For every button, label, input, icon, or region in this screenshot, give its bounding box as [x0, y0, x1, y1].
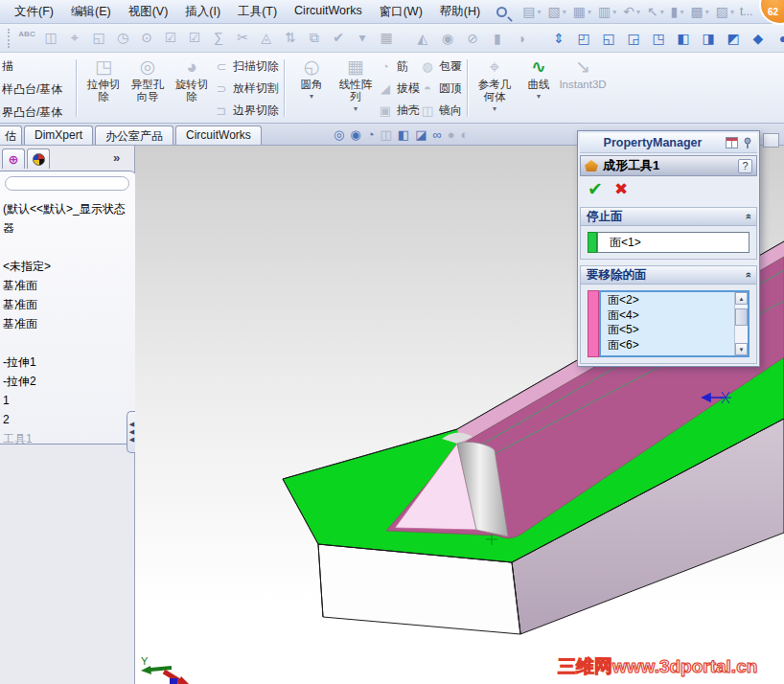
toolbar-icon[interactable]: ◫	[41, 30, 60, 46]
view-tool-icon[interactable]: ◔	[367, 127, 375, 142]
menu-item[interactable]: 帮助(H)	[431, 1, 489, 23]
feature-tree-item[interactable]: (默认<<默认>_显示状态	[0, 199, 137, 218]
feature-tree-item[interactable]: 器	[0, 218, 137, 238]
view-tool-icon[interactable]: ◐	[461, 127, 469, 142]
face-list-item[interactable]: 面<5>	[608, 323, 734, 338]
view-cube-icon[interactable]: ◱	[599, 31, 618, 46]
stop-face-selection-box[interactable]: 面<1>	[597, 232, 749, 253]
toolbar-icon[interactable]: ⊘	[463, 31, 482, 46]
view-cube-icon[interactable]: ◩	[724, 31, 743, 46]
columns-icon[interactable]	[726, 137, 738, 148]
group-header[interactable]: 要移除的面 »	[581, 266, 756, 285]
ribbon-big-button[interactable]: ▦ 线性阵列	[334, 53, 378, 123]
view-tool-icon[interactable]: ◫	[380, 127, 392, 142]
toolbar-icon[interactable]: ABC	[17, 30, 36, 46]
toolbar-icon[interactable]: ↶▾	[623, 4, 640, 19]
face-list-item[interactable]: 面<6>	[608, 338, 734, 353]
ribbon-small-button[interactable]: ◢拔模	[378, 80, 420, 97]
ribbon-big-button[interactable]: ◵ 圆角	[289, 53, 334, 123]
feature-tree-item[interactable]: -拉伸1	[0, 353, 137, 372]
view-cube-icon[interactable]: ●	[773, 31, 784, 46]
view-tool-icon[interactable]: ∞	[432, 127, 441, 142]
feature-tree-item[interactable]: <未指定>	[0, 257, 137, 276]
group-header[interactable]: 停止面 »	[581, 208, 756, 226]
view-tool-icon[interactable]: ◉	[350, 127, 360, 142]
toolbar-icon[interactable]: ◗	[513, 31, 532, 46]
toolbar-icon[interactable]: ▮▾	[671, 4, 684, 19]
menu-item[interactable]: 工具(T)	[229, 1, 286, 23]
view-cube-icon[interactable]: ◨	[699, 31, 718, 46]
toolbar-icon[interactable]: ▤▾	[522, 4, 541, 19]
ribbon-small-button[interactable]: ⊐边界切除	[214, 103, 279, 119]
ribbon-big-button[interactable]: ∿ 曲线	[517, 53, 561, 123]
scroll-track[interactable]	[735, 305, 748, 343]
toolbar-icon[interactable]: ▨▾	[716, 4, 734, 19]
toolbar-icon[interactable]: ▩▾	[690, 4, 708, 19]
toolbar-icon[interactable]: ◱	[89, 30, 108, 46]
menu-item[interactable]: 视图(V)	[120, 1, 177, 23]
view-cube-icon[interactable]: ◲	[624, 31, 643, 46]
toolbar-icon[interactable]: ✔	[329, 30, 348, 46]
panel-expand-chevron[interactable]: »	[113, 150, 120, 165]
toolbar-icon[interactable]: ▮	[488, 31, 507, 46]
view-tool-icon[interactable]: ●	[448, 127, 455, 142]
toolbar-icon[interactable]: ∑	[209, 30, 228, 46]
toolbar-icon[interactable]: ▦▾	[573, 4, 591, 19]
ribbon-big-button[interactable]: ◳ 拉伸切除	[81, 53, 126, 123]
view-cube-icon[interactable]: ◰	[574, 31, 593, 46]
scroll-down-button[interactable]: ▼	[735, 343, 748, 355]
ribbon-button-label[interactable]: 描	[2, 58, 71, 75]
ribbon-button-label[interactable]: 界凸台/基体	[2, 104, 71, 121]
feature-tree-item[interactable]: 基准面	[0, 295, 137, 314]
toolbar-icon[interactable]: ↖▾	[647, 4, 664, 19]
toolbar-icon[interactable]: ◉	[438, 31, 457, 46]
command-tab[interactable]: 办公室产品	[95, 125, 173, 145]
toolbar-icon[interactable]: ▾	[353, 30, 372, 46]
search-icon[interactable]	[496, 7, 507, 17]
ribbon-small-button[interactable]: ◓圆顶	[420, 80, 462, 97]
ribbon-big-button[interactable]: ↘ Instant3D	[561, 53, 605, 123]
toolbar-icon[interactable]: ☑	[185, 30, 204, 46]
ribbon-big-button[interactable]: ◎ 异型孔向导	[126, 53, 170, 123]
toolbar-icon[interactable]: ⇅	[281, 30, 300, 46]
tab-display-manager[interactable]	[27, 148, 50, 169]
toolbar-icon[interactable]: ▥▾	[598, 4, 616, 19]
feature-tree-item[interactable]: 1	[0, 391, 137, 410]
view-cube-icon[interactable]: ◆	[749, 31, 768, 46]
tab-configuration-manager[interactable]: ⊕	[2, 148, 25, 169]
menu-item[interactable]: 编辑(E)	[62, 1, 120, 23]
menu-item[interactable]: 窗口(W)	[371, 1, 431, 23]
ribbon-small-button[interactable]: ◫镜向	[420, 103, 462, 119]
feature-tree-item[interactable]: 基准面	[0, 276, 137, 295]
view-tool-icon[interactable]: ◎	[334, 127, 344, 142]
face-list-item[interactable]: 面<2>	[608, 293, 734, 308]
collapse-chevron-icon[interactable]: »	[742, 214, 753, 219]
ok-button[interactable]: ✔	[588, 178, 603, 200]
feature-tree-item[interactable]: 工具1	[0, 429, 137, 445]
ribbon-small-button[interactable]: ◔筋	[378, 58, 420, 75]
feature-tree-item[interactable]	[0, 238, 137, 257]
command-tab[interactable]: DimXpert	[24, 125, 93, 145]
toolbar-icon[interactable]: ◷	[113, 30, 132, 46]
toolbar-icon[interactable]: ⌖	[65, 30, 84, 46]
toolbar-icon[interactable]: ✂	[233, 30, 252, 46]
menu-item[interactable]: 文件(F)	[6, 1, 62, 23]
faces-listbox[interactable]: 面<2>面<4>面<5>面<6> ▲ ▼	[599, 290, 749, 357]
view-cube-icon[interactable]: ◧	[674, 31, 693, 46]
feature-tree-item[interactable]	[0, 333, 137, 353]
ribbon-big-button[interactable]: ◕ 旋转切除	[170, 53, 214, 123]
toolbar-overflow-label[interactable]: t...	[740, 5, 752, 18]
pin-icon[interactable]	[742, 137, 753, 149]
ribbon-small-button[interactable]: ⊂扫描切除	[214, 58, 279, 75]
ribbon-small-button[interactable]: ▣抽壳	[378, 103, 420, 119]
view-cube-icon[interactable]: ⇕	[549, 31, 568, 46]
feature-tree-item[interactable]: 基准面	[0, 314, 137, 333]
toolbar-icon[interactable]: ▧▾	[547, 4, 565, 19]
ribbon-big-button[interactable]: ⌖ 参考几何体	[473, 53, 517, 123]
ribbon-small-button[interactable]: ⊃放样切割	[214, 80, 279, 97]
menu-item[interactable]: CircuitWorks	[286, 1, 371, 23]
scroll-thumb[interactable]	[735, 308, 748, 326]
command-tab[interactable]: CircuitWorks	[175, 125, 262, 145]
command-tab[interactable]: 估	[0, 125, 22, 145]
toolbar-icon[interactable]: ☑	[161, 30, 180, 46]
